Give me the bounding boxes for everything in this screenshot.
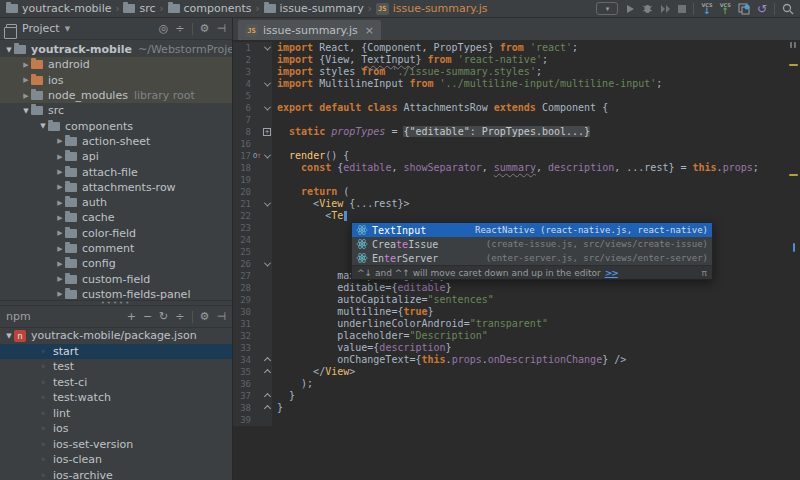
tree-row-comment[interactable]: ▶comment <box>0 241 232 256</box>
tree-row-components[interactable]: ▼components <box>0 118 232 133</box>
chevron-right-icon[interactable]: ▶ <box>55 199 65 207</box>
npm-script-start[interactable]: ◦start <box>0 344 232 360</box>
code-line-7[interactable]: 7 <box>233 114 800 126</box>
hide-panel-icon[interactable]: ⊣ <box>216 23 226 34</box>
fold-toggle-icon[interactable] <box>262 106 272 111</box>
npm-script-test[interactable]: ◦test <box>0 359 232 375</box>
code-line-33[interactable]: 33 value={description} <box>233 342 800 354</box>
code-line-36[interactable]: 36 ); <box>233 378 800 390</box>
fold-toggle-icon[interactable] <box>262 82 272 87</box>
code-line-18[interactable]: 18 const {editable, showSeparator, summa… <box>233 162 800 174</box>
tree-row-node_modules[interactable]: ▶node_moduleslibrary root <box>0 88 232 103</box>
vcs-update-icon[interactable]: VCS↓ <box>701 3 712 15</box>
debug-icon[interactable] <box>642 3 653 14</box>
fold-toggle-icon[interactable]: + <box>262 128 272 136</box>
tree-row-auth[interactable]: ▶auth <box>0 195 232 210</box>
code-line-16[interactable]: 16 <box>233 138 800 150</box>
npm-script-ios-set-version[interactable]: ◦ios-set-version <box>0 437 232 453</box>
code-line-20[interactable]: 20 return ( <box>233 186 800 198</box>
npm-package-row[interactable]: ▼nyoutrack-mobile/package.json <box>0 328 232 344</box>
completion-item[interactable]: EnterServer(enter-server.js, src/views/e… <box>352 251 712 265</box>
code-line-5[interactable]: 5 <box>233 90 800 102</box>
code-line-29[interactable]: 29 autoCapitalize="sentences" <box>233 294 800 306</box>
tree-row-attachments-row[interactable]: ▶attachments-row <box>0 180 232 195</box>
code-line-37[interactable]: 37 } <box>233 390 800 402</box>
gear-icon[interactable]: ⚙ <box>200 23 210 34</box>
chevron-right-icon[interactable]: ▶ <box>55 229 65 237</box>
npm-script-ios-archive[interactable]: ◦ios-archive <box>0 468 232 480</box>
breadcrumb-item[interactable]: issue-summary <box>264 2 364 15</box>
tree-row-custom-fields-panel[interactable]: ▶custom-fields-panel <box>0 287 232 300</box>
chevron-right-icon[interactable]: ▶ <box>55 214 65 222</box>
fold-toggle-icon[interactable] <box>262 154 272 159</box>
code-line-34[interactable]: 34 onChangeText={this.props.onDescriptio… <box>233 354 800 366</box>
tree-row-cache[interactable]: ▶cache <box>0 210 232 225</box>
chevron-right-icon[interactable]: ▶ <box>55 153 65 161</box>
breadcrumb-item[interactable]: src <box>123 2 155 15</box>
fold-toggle-icon[interactable] <box>262 202 272 207</box>
tree-row-api[interactable]: ▶api <box>0 149 232 164</box>
code-line-19[interactable]: 19 <box>233 174 800 186</box>
locate-file-icon[interactable]: ◎ <box>159 23 169 34</box>
add-icon[interactable]: + <box>127 311 136 322</box>
npm-script-lint[interactable]: ◦lint <box>0 406 232 422</box>
chevron-right-icon[interactable]: ▶ <box>21 92 31 100</box>
coverage-icon[interactable] <box>660 4 671 14</box>
refresh-icon[interactable]: ↻ <box>159 311 168 322</box>
tree-row-root[interactable]: ▼youtrack-mobile~/WebstormProjects/ <box>0 42 232 57</box>
chevron-right-icon[interactable]: ▶ <box>55 183 65 191</box>
code-line-21[interactable]: 21 <View {...rest}> <box>233 198 800 210</box>
code-line-8[interactable]: 8+ static propTypes = {"editable": PropT… <box>233 126 800 138</box>
tree-row-custom-field[interactable]: ▶custom-field <box>0 271 232 286</box>
breadcrumb-item[interactable]: components <box>168 2 252 15</box>
editor-tab[interactable]: JS issue-summary.js × <box>238 20 381 40</box>
warning-stripe-mark[interactable] <box>789 64 798 66</box>
chevron-down-icon[interactable]: ▼ <box>38 122 48 130</box>
chevron-right-icon[interactable]: ▶ <box>21 61 31 69</box>
chevron-right-icon[interactable]: ▶ <box>55 168 65 176</box>
chevron-right-icon[interactable]: ▶ <box>21 76 31 84</box>
code-line-4[interactable]: 4import MultilineInput from '../multilin… <box>233 78 800 90</box>
hint-link[interactable]: >> <box>605 268 618 278</box>
chevron-down-icon[interactable]: ▼ <box>4 46 14 54</box>
code-line-17[interactable]: 17o↑ render() { <box>233 150 800 162</box>
chevron-right-icon[interactable]: ▶ <box>55 245 65 253</box>
code-line-2[interactable]: 2import {View, TextInput} from 'react-na… <box>233 54 800 66</box>
code-line-6[interactable]: 6export default class AttachmentsRow ext… <box>233 102 800 114</box>
code-line-32[interactable]: 32 placeholder="Description" <box>233 330 800 342</box>
tree-row-color-field[interactable]: ▶color-field <box>0 226 232 241</box>
close-icon[interactable]: × <box>365 24 374 37</box>
tree-row-android[interactable]: ▶android <box>0 57 232 72</box>
chevron-down-icon[interactable]: ▼ <box>21 107 31 115</box>
code-line-38[interactable]: 38} <box>233 402 800 414</box>
hide-panel-icon[interactable]: ⊣ <box>216 311 226 322</box>
warning-stripe-mark[interactable] <box>789 174 798 176</box>
sort-alpha-icon[interactable]: π <box>702 268 707 278</box>
npm-script-test:watch[interactable]: ◦test:watch <box>0 390 232 406</box>
completion-item[interactable]: TextInputReactNative (react-native.js, r… <box>352 223 712 237</box>
gear-icon[interactable]: ⚙ <box>200 311 210 322</box>
code-line-35[interactable]: 35 </View> <box>233 366 800 378</box>
code-line-22[interactable]: 22 <Te <box>233 210 800 222</box>
collapse-all-icon[interactable]: ÷ <box>175 23 184 34</box>
tree-row-ios[interactable]: ▶ios <box>0 73 232 88</box>
completion-item[interactable]: CreateIssue(create-issue.js, src/views/c… <box>352 237 712 251</box>
stop-icon[interactable] <box>678 5 686 13</box>
chevron-right-icon[interactable]: ▶ <box>55 275 65 283</box>
npm-script-ios-clean[interactable]: ◦ios-clean <box>0 452 232 468</box>
run-config-dropdown[interactable]: ▾ <box>596 2 618 15</box>
tree-row-config[interactable]: ▶config <box>0 256 232 271</box>
code-line-39[interactable]: 39 <box>233 414 800 426</box>
code-line-3[interactable]: 3import styles from './issue-summary.sty… <box>233 66 800 78</box>
remove-icon[interactable]: − <box>143 311 152 322</box>
code-line-31[interactable]: 31 underlineColorAndroid="transparent" <box>233 318 800 330</box>
chevron-down-icon[interactable]: ▼ <box>4 332 14 340</box>
rollback-icon[interactable]: ↺ <box>757 2 767 16</box>
fold-toggle-icon[interactable] <box>262 394 272 399</box>
tree-row-attach-file[interactable]: ▶attach-file <box>0 164 232 179</box>
fold-toggle-icon[interactable] <box>262 358 272 363</box>
caret-stripe-mark[interactable] <box>793 243 795 252</box>
fold-toggle-icon[interactable] <box>262 406 272 411</box>
chevron-right-icon[interactable]: ▶ <box>55 260 65 268</box>
fold-toggle-icon[interactable] <box>262 262 272 267</box>
